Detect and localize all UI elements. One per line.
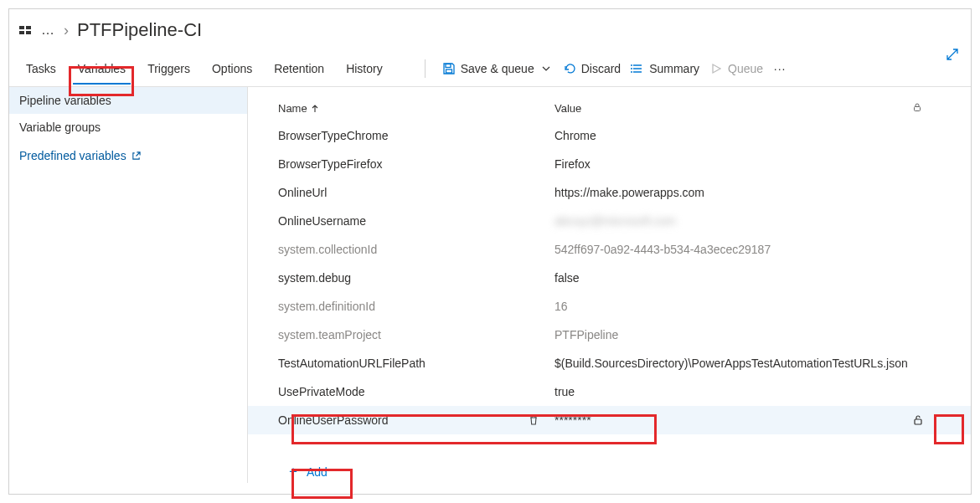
variable-name[interactable]: system.debug: [278, 271, 554, 285]
svg-rect-4: [446, 64, 451, 68]
variables-grid: BrowserTypeChromeChromeBrowserTypeFirefo…: [248, 121, 971, 434]
pipeline-title: PTFPipeline-CI: [77, 19, 202, 41]
sort-asc-icon: [311, 105, 319, 113]
variable-name[interactable]: TestAutomationURLFilePath: [278, 357, 554, 370]
discard-label: Discard: [581, 62, 621, 75]
variable-row[interactable]: system.collectionId542ff697-0a92-4443-b5…: [248, 235, 971, 264]
main-panel: Name Value BrowserTypeChromeChromeBrowse…: [248, 87, 971, 483]
variable-value[interactable]: ********: [554, 413, 912, 427]
svg-rect-2: [19, 31, 24, 34]
chevron-right-icon: ›: [64, 22, 69, 39]
side-panel: Pipeline variables Variable groups Prede…: [9, 87, 248, 483]
sidebar-item-variable-groups[interactable]: Variable groups: [9, 114, 247, 141]
variable-row[interactable]: TestAutomationURLFilePath$(Build.Sources…: [248, 349, 971, 377]
variable-value[interactable]: abcxyz@microsoft.com: [554, 214, 912, 228]
tab-triggers[interactable]: Triggers: [139, 62, 199, 84]
play-icon: [709, 62, 723, 75]
lock-column-header: [912, 102, 946, 115]
variable-name[interactable]: OnlineUrl: [278, 186, 554, 199]
add-variable-button[interactable]: ＋ Add: [278, 459, 336, 483]
tab-options[interactable]: Options: [204, 62, 260, 84]
variable-value[interactable]: false: [554, 271, 912, 285]
predefined-variables-link[interactable]: Predefined variables: [9, 141, 151, 171]
delete-icon[interactable]: [528, 414, 543, 426]
list-icon: [631, 62, 644, 75]
expand-icon[interactable]: [946, 48, 959, 61]
summary-label: Summary: [649, 62, 699, 75]
grid-header: Name Value: [248, 94, 971, 121]
variable-name[interactable]: UsePrivateMode: [278, 385, 554, 398]
tab-tasks[interactable]: Tasks: [18, 62, 64, 84]
svg-point-9: [631, 64, 632, 66]
variable-value[interactable]: 542ff697-0a92-4443-b534-4a3ecec29187: [554, 243, 912, 256]
variable-name[interactable]: system.definitionId: [278, 300, 554, 313]
svg-rect-12: [915, 107, 921, 111]
add-label: Add: [307, 465, 328, 479]
variable-value[interactable]: PTFPipeline: [554, 328, 912, 341]
more-icon: ···: [773, 62, 787, 75]
variable-name[interactable]: OnlineUsername: [278, 214, 554, 228]
variable-name[interactable]: system.collectionId: [278, 243, 554, 256]
variable-row[interactable]: BrowserTypeFirefoxFirefox: [248, 150, 971, 178]
svg-point-10: [631, 68, 632, 69]
name-column-header[interactable]: Name: [278, 102, 307, 115]
variable-value[interactable]: 16: [554, 300, 912, 313]
svg-rect-0: [19, 26, 24, 29]
project-icon[interactable]: [18, 23, 33, 38]
variable-row[interactable]: BrowserTypeChromeChrome: [248, 121, 971, 150]
lock-icon[interactable]: [912, 414, 946, 426]
variable-name[interactable]: OnlineUserPassword: [278, 413, 554, 427]
variable-row[interactable]: UsePrivateModetrue: [248, 377, 971, 406]
separator: [425, 59, 426, 78]
variable-name[interactable]: system.teamProject: [278, 328, 554, 341]
variable-value[interactable]: Chrome: [554, 129, 912, 142]
summary-button[interactable]: Summary: [626, 62, 704, 84]
breadcrumb-ellipsis[interactable]: …: [41, 23, 55, 38]
variable-value[interactable]: true: [554, 385, 912, 398]
svg-rect-13: [915, 419, 921, 424]
variable-row[interactable]: OnlineUsernameabcxyz@microsoft.com: [248, 207, 971, 235]
tabs-row: Tasks Variables Triggers Options Retenti…: [9, 41, 971, 87]
more-actions-button[interactable]: ···: [768, 62, 792, 84]
svg-point-11: [631, 71, 632, 73]
content-area: Pipeline variables Variable groups Prede…: [9, 87, 971, 483]
save-and-queue-label: Save & queue: [461, 62, 534, 75]
variable-row[interactable]: OnlineUserPassword********: [248, 406, 971, 434]
variable-name[interactable]: BrowserTypeChrome: [278, 129, 554, 142]
breadcrumb: … › PTFPipeline-CI: [9, 9, 971, 41]
queue-button: Queue: [704, 62, 768, 84]
discard-button[interactable]: Discard: [558, 62, 626, 84]
sidebar-item-pipeline-variables[interactable]: Pipeline variables: [9, 87, 247, 114]
variable-row[interactable]: system.definitionId16: [248, 292, 971, 321]
svg-rect-5: [446, 69, 451, 73]
value-column-header[interactable]: Value: [554, 102, 912, 115]
save-and-queue-button[interactable]: Save & queue: [437, 62, 558, 84]
chevron-down-icon: [539, 62, 553, 75]
variable-value[interactable]: https://make.powerapps.com: [554, 186, 912, 199]
undo-icon: [563, 62, 576, 75]
svg-rect-3: [26, 31, 31, 34]
tab-variables[interactable]: Variables: [70, 62, 134, 84]
toolbar: Save & queue Discard Summary: [413, 59, 792, 86]
queue-label: Queue: [728, 62, 763, 75]
tab-retention[interactable]: Retention: [266, 62, 333, 84]
variable-value[interactable]: $(Build.SourcesDirectory)\PowerAppsTestA…: [554, 357, 912, 370]
external-link-icon: [132, 151, 141, 161]
variable-value[interactable]: Firefox: [554, 157, 912, 171]
variable-name[interactable]: BrowserTypeFirefox: [278, 157, 554, 171]
tab-history[interactable]: History: [338, 62, 391, 84]
predefined-variables-label: Predefined variables: [19, 149, 126, 162]
plus-icon: ＋: [286, 463, 300, 480]
svg-rect-1: [26, 26, 31, 29]
variable-row[interactable]: system.teamProjectPTFPipeline: [248, 321, 971, 349]
save-icon: [442, 62, 456, 75]
variable-row[interactable]: OnlineUrlhttps://make.powerapps.com: [248, 178, 971, 207]
variable-row[interactable]: system.debugfalse: [248, 264, 971, 292]
